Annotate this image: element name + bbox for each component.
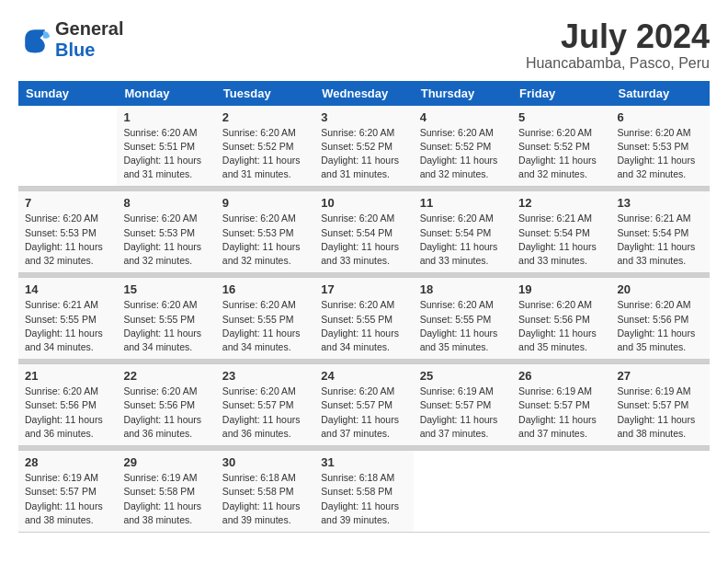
calendar-cell [512, 451, 610, 533]
day-number: 27 [618, 369, 703, 383]
day-info: Sunrise: 6:20 AM Sunset: 5:55 PM Dayligh… [321, 298, 406, 354]
calendar-table: Sunday Monday Tuesday Wednesday Thursday… [18, 81, 710, 533]
day-number: 12 [518, 196, 604, 210]
calendar-week-row: 1Sunrise: 6:20 AM Sunset: 5:51 PM Daylig… [18, 106, 710, 187]
day-info: Sunrise: 6:20 AM Sunset: 5:51 PM Dayligh… [123, 126, 209, 182]
col-wednesday: Wednesday [314, 81, 413, 106]
calendar-cell: 31Sunrise: 6:18 AM Sunset: 5:58 PM Dayli… [314, 451, 413, 533]
day-info: Sunrise: 6:18 AM Sunset: 5:58 PM Dayligh… [321, 471, 406, 527]
day-info: Sunrise: 6:19 AM Sunset: 5:58 PM Dayligh… [123, 471, 209, 527]
page-header: General Blue July 2024 Huancabamba, Pasc… [18, 18, 710, 72]
day-number: 18 [420, 282, 506, 296]
calendar-week-row: 14Sunrise: 6:21 AM Sunset: 5:55 PM Dayli… [18, 278, 710, 360]
day-number: 11 [420, 196, 506, 210]
col-sunday: Sunday [18, 81, 117, 106]
day-number: 22 [123, 369, 209, 383]
day-number: 16 [222, 282, 308, 296]
calendar-cell: 28Sunrise: 6:19 AM Sunset: 5:57 PM Dayli… [18, 451, 117, 533]
calendar-cell: 20Sunrise: 6:20 AM Sunset: 5:56 PM Dayli… [611, 278, 710, 360]
day-number: 20 [618, 282, 703, 296]
calendar-cell: 10Sunrise: 6:20 AM Sunset: 5:54 PM Dayli… [314, 191, 413, 273]
day-number: 2 [222, 110, 308, 124]
day-info: Sunrise: 6:20 AM Sunset: 5:56 PM Dayligh… [25, 385, 110, 441]
calendar-cell: 9Sunrise: 6:20 AM Sunset: 5:53 PM Daylig… [216, 191, 314, 273]
col-friday: Friday [512, 81, 610, 106]
title-block: July 2024 Huancabamba, Pasco, Peru [526, 18, 710, 72]
calendar-cell: 30Sunrise: 6:18 AM Sunset: 5:58 PM Dayli… [216, 451, 314, 533]
day-number: 1 [123, 110, 209, 124]
calendar-cell [18, 106, 117, 187]
calendar-cell [611, 451, 710, 533]
calendar-cell: 7Sunrise: 6:20 AM Sunset: 5:53 PM Daylig… [18, 191, 117, 273]
day-info: Sunrise: 6:20 AM Sunset: 5:56 PM Dayligh… [618, 298, 703, 354]
day-info: Sunrise: 6:20 AM Sunset: 5:57 PM Dayligh… [321, 385, 406, 441]
calendar-cell: 4Sunrise: 6:20 AM Sunset: 5:52 PM Daylig… [414, 106, 512, 187]
calendar-cell: 8Sunrise: 6:20 AM Sunset: 5:53 PM Daylig… [117, 191, 215, 273]
day-number: 21 [25, 369, 110, 383]
calendar-cell: 27Sunrise: 6:19 AM Sunset: 5:57 PM Dayli… [611, 364, 710, 446]
day-number: 24 [321, 369, 406, 383]
calendar-cell: 11Sunrise: 6:20 AM Sunset: 5:54 PM Dayli… [414, 191, 512, 273]
calendar-cell: 25Sunrise: 6:19 AM Sunset: 5:57 PM Dayli… [414, 364, 512, 446]
calendar-cell: 6Sunrise: 6:20 AM Sunset: 5:53 PM Daylig… [611, 106, 710, 187]
day-info: Sunrise: 6:21 AM Sunset: 5:54 PM Dayligh… [518, 212, 604, 268]
day-number: 8 [123, 196, 209, 210]
location-subtitle: Huancabamba, Pasco, Peru [526, 55, 710, 72]
day-info: Sunrise: 6:21 AM Sunset: 5:55 PM Dayligh… [25, 298, 110, 354]
day-info: Sunrise: 6:19 AM Sunset: 5:57 PM Dayligh… [25, 471, 110, 527]
day-info: Sunrise: 6:20 AM Sunset: 5:56 PM Dayligh… [518, 298, 604, 354]
calendar-cell: 24Sunrise: 6:20 AM Sunset: 5:57 PM Dayli… [314, 364, 413, 446]
calendar-cell: 26Sunrise: 6:19 AM Sunset: 5:57 PM Dayli… [512, 364, 610, 446]
calendar-cell: 2Sunrise: 6:20 AM Sunset: 5:52 PM Daylig… [216, 106, 314, 187]
calendar-cell: 18Sunrise: 6:20 AM Sunset: 5:55 PM Dayli… [414, 278, 512, 360]
calendar-cell: 1Sunrise: 6:20 AM Sunset: 5:51 PM Daylig… [117, 106, 215, 187]
day-info: Sunrise: 6:20 AM Sunset: 5:53 PM Dayligh… [222, 212, 308, 268]
calendar-week-row: 21Sunrise: 6:20 AM Sunset: 5:56 PM Dayli… [18, 364, 710, 446]
day-number: 15 [123, 282, 209, 296]
day-number: 23 [222, 369, 308, 383]
day-info: Sunrise: 6:21 AM Sunset: 5:54 PM Dayligh… [618, 212, 703, 268]
day-number: 28 [25, 455, 110, 469]
calendar-cell: 13Sunrise: 6:21 AM Sunset: 5:54 PM Dayli… [611, 191, 710, 273]
day-info: Sunrise: 6:20 AM Sunset: 5:55 PM Dayligh… [222, 298, 308, 354]
logo-text: General Blue [55, 18, 123, 61]
month-year-title: July 2024 [526, 18, 710, 55]
day-number: 31 [321, 455, 406, 469]
logo: General Blue [18, 18, 123, 61]
day-number: 4 [420, 110, 506, 124]
col-saturday: Saturday [611, 81, 710, 106]
day-info: Sunrise: 6:20 AM Sunset: 5:54 PM Dayligh… [420, 212, 506, 268]
day-number: 6 [618, 110, 703, 124]
day-number: 10 [321, 196, 406, 210]
calendar-cell: 29Sunrise: 6:19 AM Sunset: 5:58 PM Dayli… [117, 451, 215, 533]
calendar-cell: 14Sunrise: 6:21 AM Sunset: 5:55 PM Dayli… [18, 278, 117, 360]
calendar-cell: 3Sunrise: 6:20 AM Sunset: 5:52 PM Daylig… [314, 106, 413, 187]
day-number: 26 [518, 369, 604, 383]
day-info: Sunrise: 6:19 AM Sunset: 5:57 PM Dayligh… [618, 385, 703, 441]
day-info: Sunrise: 6:20 AM Sunset: 5:52 PM Dayligh… [222, 126, 308, 182]
day-info: Sunrise: 6:20 AM Sunset: 5:53 PM Dayligh… [123, 212, 209, 268]
calendar-cell: 15Sunrise: 6:20 AM Sunset: 5:55 PM Dayli… [117, 278, 215, 360]
day-info: Sunrise: 6:19 AM Sunset: 5:57 PM Dayligh… [518, 385, 604, 441]
day-info: Sunrise: 6:20 AM Sunset: 5:52 PM Dayligh… [420, 126, 506, 182]
day-number: 25 [420, 369, 506, 383]
day-info: Sunrise: 6:20 AM Sunset: 5:54 PM Dayligh… [321, 212, 406, 268]
day-number: 19 [518, 282, 604, 296]
day-info: Sunrise: 6:18 AM Sunset: 5:58 PM Dayligh… [222, 471, 308, 527]
day-info: Sunrise: 6:20 AM Sunset: 5:55 PM Dayligh… [123, 298, 209, 354]
calendar-week-row: 7Sunrise: 6:20 AM Sunset: 5:53 PM Daylig… [18, 191, 710, 273]
day-info: Sunrise: 6:20 AM Sunset: 5:55 PM Dayligh… [420, 298, 506, 354]
calendar-cell: 22Sunrise: 6:20 AM Sunset: 5:56 PM Dayli… [117, 364, 215, 446]
col-tuesday: Tuesday [216, 81, 314, 106]
calendar-cell [414, 451, 512, 533]
calendar-cell: 5Sunrise: 6:20 AM Sunset: 5:52 PM Daylig… [512, 106, 610, 187]
calendar-cell: 19Sunrise: 6:20 AM Sunset: 5:56 PM Dayli… [512, 278, 610, 360]
day-info: Sunrise: 6:20 AM Sunset: 5:53 PM Dayligh… [25, 212, 110, 268]
day-number: 7 [25, 196, 110, 210]
day-number: 13 [618, 196, 703, 210]
col-thursday: Thursday [414, 81, 512, 106]
day-number: 5 [518, 110, 604, 124]
calendar-cell: 12Sunrise: 6:21 AM Sunset: 5:54 PM Dayli… [512, 191, 610, 273]
day-number: 3 [321, 110, 406, 124]
day-info: Sunrise: 6:20 AM Sunset: 5:56 PM Dayligh… [123, 385, 209, 441]
